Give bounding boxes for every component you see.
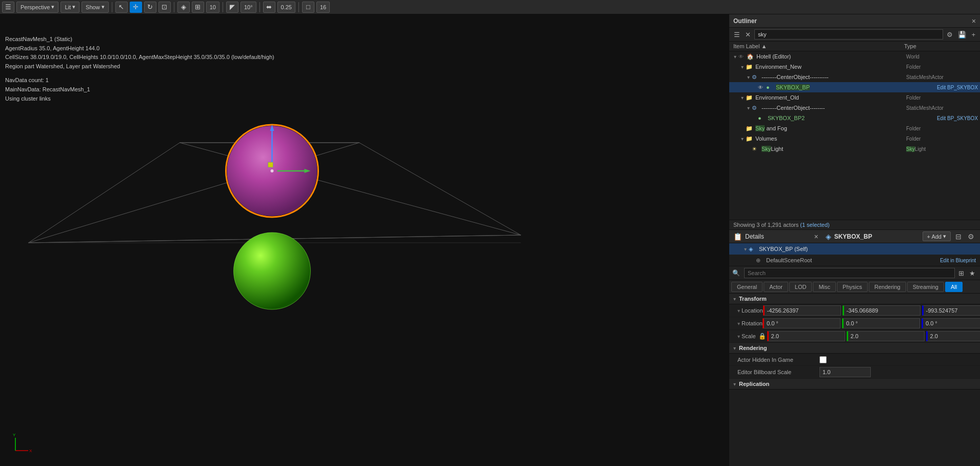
tree-item-center-new[interactable]: ▾ ⚙ --------CenterObject---------- Stati… [729,72,980,82]
angle-snap-button[interactable]: ◤ [226,2,238,13]
outliner-save-button[interactable]: 💾 [956,30,968,39]
actor-hidden-checkbox[interactable] [819,356,827,363]
scale-y-input[interactable] [847,331,925,341]
details-search-input[interactable] [744,268,955,278]
outliner-add-button[interactable]: + [970,30,977,39]
tree-item-sky-fog[interactable]: 📁 Sky and Fog Folder [729,123,980,133]
add-label: + Add [927,234,942,240]
screen-size-button[interactable]: 16 [316,2,330,13]
grid-size-value: 10 [210,4,216,10]
tab-all[interactable]: All [945,282,963,292]
grid-size-button[interactable]: 10 [206,2,219,13]
tab-misc[interactable]: Misc [813,282,836,292]
tree-item-skybox-bp[interactable]: 👁 ● SKYBOX_BP Edit BP_SKYBOX [729,82,980,92]
details-search-row: 🔍 ⊞ ★ [729,266,980,280]
rotation-x-input[interactable] [763,318,841,328]
transform-tool-button[interactable]: ✛ [130,2,142,13]
tab-actor[interactable]: Actor [764,282,788,292]
scale-lock-button[interactable]: 🔒 [757,333,767,340]
expand-env-new: ▾ [738,64,746,70]
tab-streaming[interactable]: Streaming [907,282,944,292]
search-icon: 🔍 [732,269,740,277]
center-new-type: StaticMeshActor [906,74,978,80]
lit-button[interactable]: Lit ▾ [61,2,79,13]
tree-item-skybox-bp2[interactable]: ● SKYBOX_BP2 Edit BP_SKYBOX [729,113,980,123]
scale-tool-button[interactable]: ⊡ [158,2,171,13]
skybox-edit-link[interactable]: Edit BP_SKYBOX [937,85,978,90]
tree-item-volumes[interactable]: ▾ 📁 Volumes Folder [729,133,980,144]
outliner-footer: Showing 3 of 1,291 actors (1 selected) [729,220,980,229]
menu-button[interactable]: ☰ [2,2,14,13]
tab-rendering[interactable]: Rendering [869,282,906,292]
outliner-settings-button[interactable]: ⚙ [945,30,954,39]
right-panel: Outliner × ☰ ✕ ⚙ 💾 + Item Label ▲ Type [729,14,980,466]
distance-size-button[interactable]: 0.25 [277,2,295,13]
tab-general[interactable]: General [731,282,763,292]
scale-z-input[interactable] [926,331,980,341]
rotation-expand[interactable]: ▾ [737,321,740,326]
outliner-close-button[interactable]: × [972,17,976,25]
add-component-button[interactable]: + Add ▾ [923,231,951,241]
show-button[interactable]: Show ▾ [82,2,109,13]
location-z-input[interactable] [922,305,980,316]
mesh-icon-center-new: ⚙ [752,74,760,81]
tree-item-center-old[interactable]: ▾ ⚙ --------CenterObject-------- StaticM… [729,103,980,113]
eye-skybox[interactable]: 👁 [758,85,765,90]
svg-point-15 [234,232,311,309]
select-tool-button[interactable]: ↖ [115,2,128,13]
outliner-clear-search-button[interactable]: ✕ [744,30,752,39]
navmesh-line-5: NavData count: 1 [5,76,274,85]
outliner-label-header[interactable]: Item Label ▲ [733,43,904,49]
tab-lod[interactable]: LOD [789,282,812,292]
distance-snap-button[interactable]: ⬌ [263,2,275,13]
details-grid-button[interactable]: ⊞ [957,269,966,278]
details-titlebar: 📋 Details × ◈ SKYBOX_BP + Add ▾ ⊟ ⚙ [729,230,980,243]
tree-item-hotell[interactable]: ▾ 👁 🏠 Hotell (Editor) World [729,51,980,62]
snap-grid-button[interactable]: ⊞ [192,2,204,13]
details-title-icon: 📋 [733,232,742,241]
details-options-button[interactable]: ⚙ [966,232,976,241]
screen-size-icon[interactable]: □ [302,2,314,13]
transform-arrow: ▾ [733,296,736,302]
tree-item-env-new[interactable]: ▾ 📁 Environment_New Folder [729,62,980,72]
edit-blueprint-link[interactable]: Edit in Blueprint [940,258,976,263]
replication-section-header[interactable]: ▾ Replication [729,379,980,390]
actor-hidden-row: Actor Hidden In Game [729,354,980,366]
details-star-button[interactable]: ★ [968,269,977,278]
svg-line-3 [29,235,521,243]
location-y-input[interactable] [843,305,921,316]
scale-expand[interactable]: ▾ [737,334,740,339]
svg-point-14 [234,232,311,309]
tree-item-env-old[interactable]: ▾ 📁 Environment_Old Folder [729,92,980,103]
component-row-root[interactable]: ⊕ DefaultSceneRoot Edit in Blueprint [729,255,980,266]
details-close-button[interactable]: × [814,233,818,240]
angle-size-button[interactable]: 10° [241,2,256,13]
outliner-search-input[interactable] [754,29,943,40]
rotate-tool-button[interactable]: ↻ [144,2,156,13]
volumes-name: Volumes [755,135,906,142]
eye-hotell[interactable]: 👁 [738,54,746,60]
editor-billboard-input[interactable] [819,367,871,377]
showing-prefix: Showing 3 of 1,291 actors [733,222,800,228]
sort-arrow: ▲ [761,43,767,49]
rotation-z-input[interactable] [922,318,980,328]
camera-speed-button[interactable]: ◈ [177,2,190,13]
tab-physics[interactable]: Physics [837,282,868,292]
location-expand[interactable]: ▾ [737,308,740,314]
perspective-button[interactable]: Perspective ▾ [16,2,58,13]
top-toolbar: ☰ Perspective ▾ Lit ▾ Show ▾ ↖ ✛ ↻ ⊡ ◈ ⊞… [0,0,980,14]
scale-x-input[interactable] [767,331,845,341]
outliner-title: Outliner [733,17,757,25]
location-x-input[interactable] [763,305,841,316]
tree-item-skylight[interactable]: ☀ SkyLight SkyLight [729,144,980,154]
outliner-filter-button[interactable]: ☰ [732,30,742,39]
transform-section-header[interactable]: ▾ Transform [729,294,980,304]
component-row-self[interactable]: ▾ ◈ SKYBOX_BP (Self) [729,243,980,255]
rotation-y-input[interactable] [842,318,920,328]
skybox-name: SKYBOX_BP [776,84,865,90]
skybox2-edit-link[interactable]: Edit BP_SKYBOX [937,115,978,121]
outliner-tree[interactable]: ▾ 👁 🏠 Hotell (Editor) World ▾ 📁 Environm… [729,51,980,220]
viewport[interactable]: RecastNavMesh_1 (Static) AgentRadius 35.… [0,14,729,466]
rendering-section-header[interactable]: ▾ Rendering [729,343,980,354]
details-layout-button[interactable]: ⊟ [954,232,963,241]
